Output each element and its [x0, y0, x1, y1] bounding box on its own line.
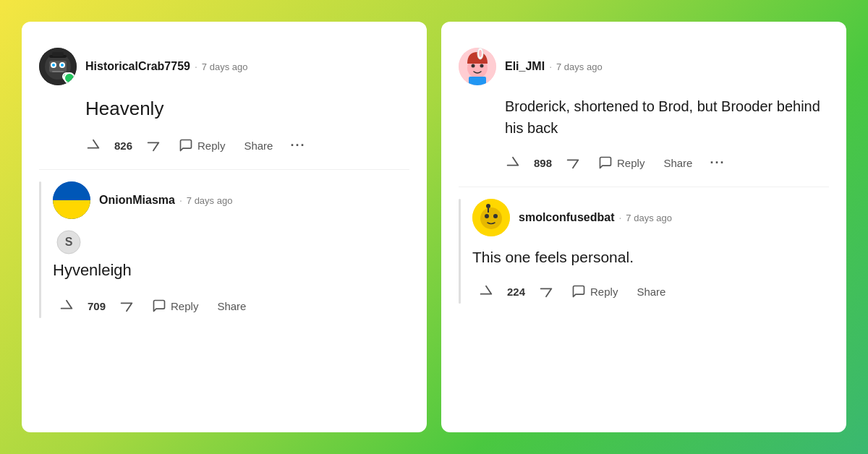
- svg-point-22: [480, 207, 502, 229]
- share-crab-button[interactable]: Share: [237, 135, 280, 156]
- actions-crab: 826 Reply Share ···: [80, 133, 409, 158]
- avatar-eli: [459, 48, 496, 85]
- user-meta-crab: HistoricalCrab7759 · 7 days ago: [85, 60, 247, 73]
- upvote-count-smol: 224: [504, 286, 528, 298]
- upvote-crab-button[interactable]: [80, 133, 107, 158]
- comment-text-crab: Heavenly: [85, 95, 409, 121]
- downvote-onion-button[interactable]: [113, 294, 140, 318]
- upvote-smol-button[interactable]: [472, 279, 500, 304]
- user-meta-smol: smolconfusedbat · 7 days ago: [519, 211, 672, 224]
- downvote-smol-button[interactable]: [532, 279, 560, 304]
- comment-header: HistoricalCrab7759 · 7 days ago: [39, 48, 409, 85]
- svg-point-16: [472, 64, 475, 68]
- svg-point-6: [61, 64, 64, 67]
- svg-rect-9: [52, 52, 64, 56]
- share-onion-button[interactable]: Share: [210, 296, 253, 317]
- timestamp-crab: 7 days ago: [202, 61, 248, 72]
- more-eli-button[interactable]: ···: [704, 151, 731, 175]
- user-info-crab: HistoricalCrab7759 · 7 days ago: [85, 60, 247, 73]
- svg-point-5: [52, 64, 55, 67]
- svg-point-19: [479, 50, 482, 57]
- user-info-onion: OnionMiasma · 7 days ago: [99, 194, 232, 207]
- svg-text:S: S: [65, 236, 73, 248]
- svg-rect-20: [469, 77, 486, 85]
- avatar-smol: [472, 199, 510, 236]
- share-eli-button[interactable]: Share: [656, 153, 699, 174]
- card-right: Eli_JMI · 7 days ago Broderick, shortene…: [441, 22, 846, 432]
- comment-header-eli: Eli_JMI · 7 days ago: [459, 48, 829, 85]
- svg-point-25: [486, 204, 490, 208]
- downvote-eli-button[interactable]: [559, 150, 587, 175]
- actions-smol: 224 Reply Sha: [472, 279, 829, 304]
- comment-eli-block: Eli_JMI · 7 days ago Broderick, shortene…: [459, 36, 829, 187]
- sub-comment-smol: smolconfusedbat · 7 days ago This one fe…: [472, 199, 829, 304]
- comment-text-smol: This one feels personal.: [472, 247, 829, 267]
- comment-text-onion: Hyvenleigh: [53, 260, 409, 282]
- user-meta-onion: OnionMiasma · 7 days ago: [99, 194, 232, 207]
- comment-header-onion: OnionMiasma · 7 days ago: [53, 181, 409, 219]
- username-crab: HistoricalCrab7759: [85, 60, 190, 73]
- upvote-count-crab: 826: [111, 140, 135, 152]
- share-smol-button[interactable]: Share: [629, 281, 673, 302]
- upvote-count-onion: 709: [85, 300, 109, 312]
- comment-crab-block: HistoricalCrab7759 · 7 days ago Heavenly…: [39, 36, 409, 170]
- reply-eli-button[interactable]: Reply: [591, 151, 652, 174]
- timestamp-eli: 7 days ago: [556, 61, 603, 72]
- reply-onion-button[interactable]: Reply: [145, 294, 205, 317]
- indent-bar-smol: [459, 199, 461, 304]
- avatar-onion: [53, 181, 90, 219]
- user-info-smol: smolconfusedbat · 7 days ago: [519, 211, 672, 224]
- svg-point-17: [480, 64, 484, 68]
- svg-point-10: [63, 73, 70, 80]
- username-smol: smolconfusedbat: [519, 211, 614, 224]
- sub-comment-onion: OnionMiasma · 7 days ago S Hyve: [53, 181, 409, 318]
- comment-smol-block: smolconfusedbat · 7 days ago This one fe…: [459, 187, 829, 315]
- username-eli: Eli_JMI: [505, 60, 545, 73]
- svg-rect-7: [52, 71, 64, 72]
- card-left: HistoricalCrab7759 · 7 days ago Heavenly…: [22, 22, 427, 432]
- indent-bar-onion: [39, 181, 41, 318]
- more-crab-button[interactable]: ···: [284, 134, 311, 158]
- upvote-eli-button[interactable]: [499, 150, 527, 175]
- upvote-onion-button[interactable]: [53, 294, 80, 318]
- comment-text-eli: Broderick, shortened to Brod, but Broode…: [505, 95, 829, 139]
- upvote-count-eli: 898: [531, 157, 555, 169]
- timestamp-onion: 7 days ago: [187, 195, 233, 206]
- avatar-crab: [39, 48, 77, 85]
- username-onion: OnionMiasma: [99, 194, 175, 207]
- cards-container: HistoricalCrab7759 · 7 days ago Heavenly…: [0, 0, 868, 454]
- actions-onion: 709 Reply Sha: [53, 294, 409, 318]
- timestamp-smol: 7 days ago: [626, 213, 672, 223]
- comment-header-smol: smolconfusedbat · 7 days ago: [472, 199, 829, 236]
- reply-smol-button[interactable]: Reply: [564, 280, 625, 303]
- actions-eli: 898 Reply Share ···: [499, 150, 829, 175]
- reply-crab-button[interactable]: Reply: [171, 134, 232, 157]
- user-meta-eli: Eli_JMI · 7 days ago: [505, 60, 603, 73]
- svg-point-23: [485, 214, 489, 218]
- svg-point-24: [493, 214, 498, 218]
- downvote-crab-button[interactable]: [140, 133, 167, 158]
- comment-onion-block: OnionMiasma · 7 days ago S Hyve: [39, 170, 409, 330]
- user-info-eli: Eli_JMI · 7 days ago: [505, 60, 603, 73]
